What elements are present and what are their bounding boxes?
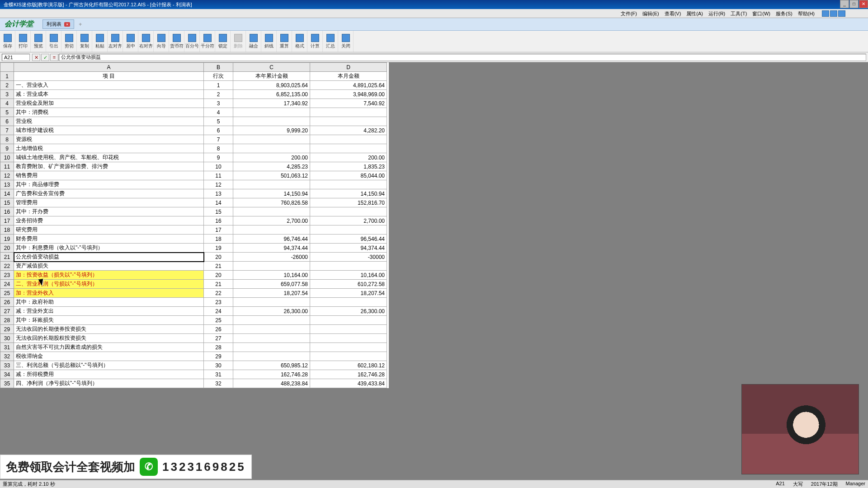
cell[interactable]: 资产减值损失 — [14, 262, 204, 271]
cell[interactable]: 无法收回的长期债券投资损失 — [14, 325, 204, 334]
cell[interactable] — [310, 262, 387, 271]
cell[interactable] — [310, 135, 387, 144]
cell[interactable]: 本月金额 — [310, 72, 387, 81]
cell[interactable]: 501,063.12 — [233, 171, 310, 180]
row-header[interactable]: 35 — [0, 379, 14, 388]
cell[interactable]: 财务费用 — [14, 235, 204, 244]
row-header[interactable]: 11 — [0, 162, 14, 171]
cell[interactable]: 17 — [204, 225, 233, 235]
cell[interactable] — [310, 334, 387, 343]
cell[interactable]: 自然灾害等不可抗力因素造成的损失 — [14, 343, 204, 352]
cell[interactable]: 659,077.58 — [233, 280, 310, 289]
toolbar-千分符[interactable]: 千分符 — [200, 31, 215, 52]
cell[interactable] — [233, 298, 310, 307]
menu-file[interactable]: 文件(F) — [618, 9, 640, 18]
toolbar-复制[interactable]: 复制 — [77, 31, 92, 52]
cell[interactable]: 10,164.00 — [233, 271, 310, 280]
row-header[interactable]: 32 — [0, 352, 14, 361]
toolbar-百分号[interactable]: 百分号 — [184, 31, 200, 52]
menu-attr[interactable]: 属性(A) — [684, 9, 706, 18]
cell[interactable] — [310, 343, 387, 352]
cell[interactable]: -30000 — [310, 253, 387, 262]
table-row[interactable]: 7 城市维护建设税69,999.204,282.20 — [0, 126, 387, 135]
cell[interactable]: 2,700.00 — [233, 216, 310, 225]
cell[interactable]: 162,746.28 — [233, 370, 310, 379]
cell[interactable] — [310, 180, 387, 189]
cell[interactable]: 资源税 — [14, 135, 204, 144]
cell[interactable]: 公允价值变动损益 — [14, 253, 204, 262]
cell[interactable] — [233, 343, 310, 352]
cell[interactable]: 200.00 — [310, 153, 387, 162]
cell[interactable]: 其中：利息费用（收入以"-"号填列） — [14, 244, 204, 253]
cell[interactable] — [310, 316, 387, 325]
cell[interactable] — [233, 144, 310, 153]
table-row[interactable]: 4 营业税金及附加317,340.927,540.92 — [0, 99, 387, 108]
cell[interactable] — [233, 117, 310, 126]
cell[interactable] — [310, 108, 387, 117]
cell[interactable]: 无法收回的长期股权投资损失 — [14, 334, 204, 343]
cell[interactable]: 业务招待费 — [14, 216, 204, 225]
cell[interactable]: 162,746.28 — [310, 370, 387, 379]
cell[interactable]: 488,238.84 — [233, 379, 310, 388]
cell[interactable] — [310, 207, 387, 216]
row-header[interactable]: 12 — [0, 171, 14, 180]
row-header[interactable]: 20 — [0, 244, 14, 253]
table-row[interactable]: 34减：所得税费用31162,746.28162,746.28 — [0, 370, 387, 379]
cell[interactable]: 18 — [204, 235, 233, 244]
cell[interactable]: 二、营业利润（亏损以"-"号填列） — [14, 280, 204, 289]
cell[interactable]: 项 目 — [14, 72, 204, 81]
table-row[interactable]: 15 管理费用14760,826.58152,816.70 — [0, 198, 387, 207]
cell[interactable]: 30 — [204, 361, 233, 370]
cell[interactable]: 14 — [204, 198, 233, 207]
cell[interactable]: 13 — [204, 189, 233, 198]
table-row[interactable]: 3减：营业成本26,852,135.003,948,969.00 — [0, 90, 387, 99]
cell[interactable]: 94,374.44 — [233, 244, 310, 253]
table-row[interactable]: 11 教育费附加、矿产资源补偿费、排污费104,285.231,835.23 — [0, 162, 387, 171]
row-header[interactable]: 25 — [0, 289, 14, 298]
cell[interactable]: 10 — [204, 162, 233, 171]
document-tab[interactable]: 利润表 × — [42, 19, 74, 29]
cell[interactable]: 27 — [204, 334, 233, 343]
cell[interactable]: 广告费和业务宣传费 — [14, 189, 204, 198]
cell[interactable]: -26000 — [233, 253, 310, 262]
table-row[interactable]: 32 税收滞纳金29 — [0, 352, 387, 361]
cell[interactable]: 销售费用 — [14, 171, 204, 180]
toolbar-删除[interactable]: 删除 — [231, 31, 246, 52]
cell[interactable]: 8,903,025.64 — [233, 81, 310, 90]
cell[interactable] — [233, 135, 310, 144]
row-header[interactable]: 18 — [0, 225, 14, 235]
table-row[interactable]: 6 营业税5 — [0, 117, 387, 126]
cell[interactable]: 2,700.00 — [310, 216, 387, 225]
cell[interactable]: 1 — [204, 81, 233, 90]
table-row[interactable]: 8 资源税7 — [0, 135, 387, 144]
cell[interactable] — [233, 334, 310, 343]
cell[interactable]: 20 — [204, 271, 233, 280]
toolbar-锁定[interactable]: 锁定 — [215, 31, 231, 52]
menu-tools[interactable]: 工具(T) — [728, 9, 750, 18]
cell[interactable]: 96,746.44 — [233, 235, 310, 244]
cell[interactable]: 760,826.58 — [233, 198, 310, 207]
cell[interactable]: 20 — [204, 253, 233, 262]
cell[interactable]: 31 — [204, 370, 233, 379]
table-row[interactable]: 31 自然灾害等不可抗力因素造成的损失28 — [0, 343, 387, 352]
cell[interactable]: 439,433.84 — [310, 379, 387, 388]
table-row[interactable]: 17 业务招待费162,700.002,700.00 — [0, 216, 387, 225]
table-row[interactable]: 13 其中：商品修理费12 — [0, 180, 387, 189]
cell[interactable]: 24 — [204, 307, 233, 316]
row-header[interactable]: 4 — [0, 99, 14, 108]
cell[interactable]: 25 — [204, 316, 233, 325]
row-header[interactable]: 19 — [0, 235, 14, 244]
cell[interactable]: 12 — [204, 180, 233, 189]
cell[interactable]: 4 — [204, 108, 233, 117]
cell[interactable]: 18,207.54 — [310, 289, 387, 298]
cell[interactable]: 610,272.58 — [310, 280, 387, 289]
cell[interactable]: 营业税 — [14, 117, 204, 126]
cell[interactable]: 其中：坏账损失 — [14, 316, 204, 325]
cell[interactable]: 650,985.12 — [233, 361, 310, 370]
row-header[interactable]: 16 — [0, 207, 14, 216]
row-header[interactable]: 1 — [0, 72, 14, 81]
cell[interactable]: 四、净利润（净亏损以"-"号填列） — [14, 379, 204, 388]
close-button[interactable]: ✕ — [859, 0, 868, 8]
cell[interactable]: 4,282.20 — [310, 126, 387, 135]
row-header[interactable]: 34 — [0, 370, 14, 379]
